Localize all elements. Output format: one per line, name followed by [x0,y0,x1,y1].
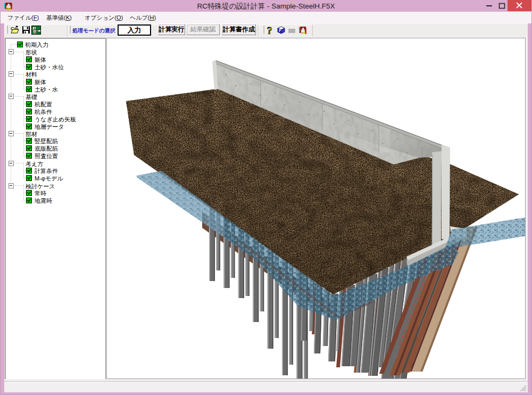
svg-text:F: F [279,29,281,32]
svg-text:A: A [34,30,36,34]
svg-text:?: ? [267,26,272,35]
